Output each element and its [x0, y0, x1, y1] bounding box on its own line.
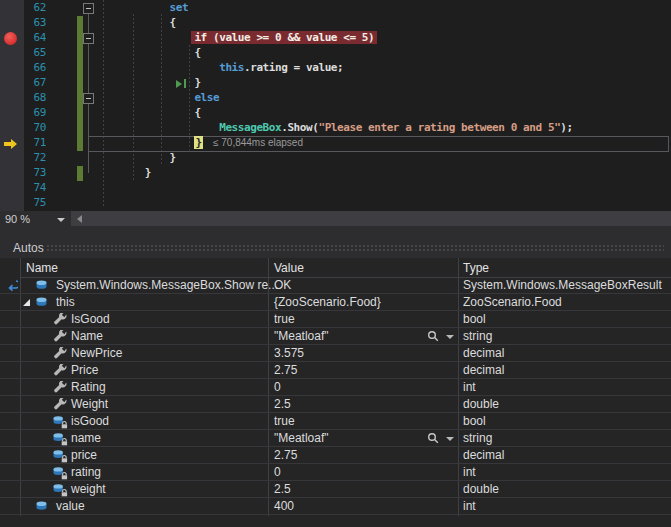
property-icon	[54, 381, 67, 397]
code-line-70[interactable]: 70MessageBox.Show("Please enter a rating…	[0, 121, 671, 136]
variable-type: string	[463, 431, 492, 445]
code-text: }	[145, 166, 151, 179]
horizontal-scrollbar[interactable]	[71, 211, 671, 226]
code-line-67[interactable]: 67}	[0, 76, 671, 91]
property-icon	[54, 347, 67, 363]
variable-type: double	[463, 397, 499, 411]
zoom-level-dropdown[interactable]: 90 %	[0, 211, 70, 227]
autos-row-rating[interactable]: rating0int	[0, 464, 671, 481]
variable-value[interactable]: 3.575	[274, 346, 304, 360]
code-editor[interactable]: 62set63{64if (value >= 0 && value <= 5)6…	[0, 0, 671, 211]
expander-expanded-icon[interactable]	[23, 299, 30, 306]
autos-row-value[interactable]: value400int	[0, 498, 671, 515]
autos-row-this[interactable]: this{ZooScenario.Food}ZooScenario.Food	[0, 294, 671, 311]
variable-name: rating	[71, 465, 101, 479]
code-line-66[interactable]: 66this.rating = value;	[0, 61, 671, 76]
autos-row-weight[interactable]: weight2.5double	[0, 481, 671, 498]
fold-collapse-icon[interactable]	[83, 33, 94, 44]
code-text: this.rating = value;	[219, 61, 343, 74]
variable-name: Weight	[71, 397, 108, 411]
column-header-name[interactable]: Name	[26, 261, 58, 275]
change-tracking-bar	[77, 166, 83, 181]
variable-type: bool	[463, 312, 486, 326]
run-to-here-icon[interactable]	[176, 80, 182, 88]
code-text: {	[194, 46, 200, 59]
fold-collapse-icon[interactable]	[83, 3, 94, 14]
autos-titlebar[interactable]: Autos	[0, 237, 671, 258]
variable-value[interactable]: 2.5	[274, 397, 291, 411]
change-tracking-bar	[77, 46, 83, 61]
variable-type: int	[463, 380, 476, 394]
code-line-65[interactable]: 65{	[0, 46, 671, 61]
line-number: 70	[18, 121, 46, 134]
variable-value[interactable]: 2.75	[274, 363, 297, 377]
code-text: if (value >= 0 && value <= 5)	[194, 31, 374, 44]
autos-row-price[interactable]: price2.75decimal	[0, 447, 671, 464]
variable-value[interactable]: 2.75	[274, 448, 297, 462]
autos-row-price[interactable]: Price2.75decimal	[0, 362, 671, 379]
scroll-left-icon[interactable]	[77, 215, 82, 223]
autos-row-system-windows-messagebox-show-re-[interactable]: System.Windows.MessageBox.Show re...OKSy…	[0, 277, 671, 294]
change-tracking-bar	[77, 61, 83, 76]
code-line-74[interactable]: 74	[0, 181, 671, 196]
variable-value[interactable]: 0	[274, 380, 281, 394]
autos-row-name[interactable]: name"Meatloaf"string	[0, 430, 671, 447]
code-line-72[interactable]: 72}	[0, 151, 671, 166]
variable-value[interactable]: true	[274, 414, 295, 428]
change-tracking-bar	[77, 121, 83, 136]
property-icon	[54, 364, 67, 380]
line-number: 62	[18, 1, 46, 14]
code-line-71[interactable]: 71}≤ 70,844ms elapsed	[0, 136, 671, 151]
chevron-down-icon[interactable]	[446, 437, 454, 441]
fold-collapse-icon[interactable]	[83, 93, 94, 104]
variable-type: decimal	[463, 363, 504, 377]
variable-value[interactable]: true	[274, 312, 295, 326]
current-line-arrow-icon	[4, 142, 11, 146]
variable-value[interactable]: "Meatloaf"	[274, 431, 329, 445]
variable-name: IsGood	[71, 312, 110, 326]
zoom-level-value: 90 %	[5, 213, 30, 225]
current-line-arrow-icon	[11, 139, 17, 149]
code-line-75[interactable]: 75	[0, 196, 671, 211]
variable-value[interactable]: 2.5	[274, 482, 291, 496]
line-number: 63	[18, 16, 46, 29]
variable-value[interactable]: OK	[274, 278, 291, 292]
autos-row-newprice[interactable]: NewPrice3.575decimal	[0, 345, 671, 362]
chevron-down-icon[interactable]	[446, 335, 454, 339]
code-text: {	[170, 16, 176, 29]
variable-value[interactable]: 400	[274, 499, 294, 513]
breakpoint-icon[interactable]	[4, 32, 17, 45]
column-header-value[interactable]: Value	[274, 261, 304, 275]
variable-name: Price	[71, 363, 98, 377]
code-line-62[interactable]: 62set	[0, 1, 671, 16]
variable-value[interactable]: {ZooScenario.Food}	[274, 295, 381, 309]
variable-value[interactable]: "Meatloaf"	[274, 329, 329, 343]
variable-name: this	[56, 295, 75, 309]
autos-row-isgood[interactable]: IsGoodtruebool	[0, 311, 671, 328]
change-tracking-bar	[77, 106, 83, 121]
text-visualizer-magnifier-icon[interactable]	[427, 432, 440, 448]
line-number: 64	[18, 31, 46, 44]
field-icon	[35, 500, 48, 515]
autos-row-rating[interactable]: Rating0int	[0, 379, 671, 396]
variable-name: isGood	[71, 414, 109, 428]
code-line-69[interactable]: 69{	[0, 106, 671, 121]
run-to-here-icon	[184, 79, 186, 88]
change-tracking-bar	[77, 16, 83, 31]
code-line-63[interactable]: 63{	[0, 16, 671, 31]
field-icon	[35, 296, 48, 311]
autos-row-name[interactable]: Name"Meatloaf"string	[0, 328, 671, 345]
code-text: }	[194, 76, 200, 89]
variable-type: int	[463, 499, 476, 513]
autos-row-weight[interactable]: Weight2.5double	[0, 396, 671, 413]
variable-name: weight	[71, 482, 106, 496]
column-header-type[interactable]: Type	[463, 261, 489, 275]
variable-name: value	[56, 499, 85, 513]
perf-tip[interactable]: ≤ 70,844ms elapsed	[213, 137, 303, 148]
code-line-68[interactable]: 68else	[0, 91, 671, 106]
code-line-73[interactable]: 73}	[0, 166, 671, 181]
variable-value[interactable]: 0	[274, 465, 281, 479]
autos-row-isgood[interactable]: isGoodtruebool	[0, 413, 671, 430]
code-line-64[interactable]: 64if (value >= 0 && value <= 5)	[0, 31, 671, 46]
text-visualizer-magnifier-icon[interactable]	[427, 330, 440, 346]
